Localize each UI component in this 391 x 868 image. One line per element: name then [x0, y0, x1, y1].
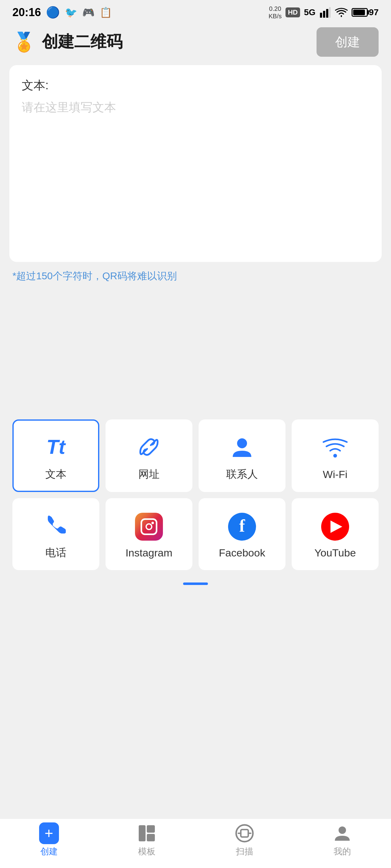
qr-type-instagram[interactable]: Instagram [106, 498, 192, 570]
nav-scan-label: 扫描 [236, 846, 253, 858]
network-type: 5G [304, 7, 315, 18]
header-left: 🏅 创建二维码 [12, 31, 122, 53]
svg-point-5 [333, 454, 337, 458]
svg-rect-8 [147, 834, 155, 841]
url-type-label: 网址 [138, 467, 160, 482]
status-bar: 20:16 🔵 🐦 🎮 📋 0.20 KB/s HD 5G [0, 0, 391, 25]
wifi-status-icon [335, 6, 348, 18]
text-field-input[interactable] [22, 99, 369, 248]
qr-type-facebook[interactable]: f Facebook [199, 498, 285, 570]
nav-create[interactable]: + 创建 [0, 824, 98, 858]
status-icon-2: 🐦 [65, 6, 77, 18]
scroll-indicator [9, 579, 382, 587]
svg-point-4 [237, 438, 247, 448]
qr-type-youtube[interactable]: YouTube [292, 498, 379, 570]
phone-type-icon [42, 512, 70, 539]
empty-space [9, 296, 382, 420]
qr-type-wifi[interactable]: Wi-Fi [292, 420, 379, 492]
nav-create-icon-container: + [39, 824, 59, 843]
app-icon: 🏅 [12, 31, 36, 53]
text-field-label: 文本: [22, 78, 369, 93]
scroll-bar [183, 583, 208, 585]
svg-rect-0 [320, 13, 322, 18]
status-indicators: 0.20 KB/s HD 5G 97 [269, 5, 379, 20]
nav-scan[interactable]: 扫描 [196, 824, 293, 858]
header: 🏅 创建二维码 创建 [0, 25, 391, 59]
nav-mine-icon-container [332, 824, 352, 843]
nav-template-icon-container [137, 824, 157, 843]
time-display: 20:16 [12, 6, 41, 19]
scan-nav-icon [235, 824, 254, 843]
nav-mine-label: 我的 [334, 846, 351, 858]
svg-rect-2 [326, 9, 328, 18]
youtube-type-label: YouTube [314, 547, 356, 559]
instagram-type-icon [135, 513, 163, 540]
qr-type-url[interactable]: 网址 [106, 420, 192, 492]
nav-template-label: 模板 [138, 846, 156, 858]
contact-type-label: 联系人 [226, 467, 258, 482]
mine-nav-icon [334, 825, 351, 842]
status-icon-4: 📋 [100, 6, 112, 18]
qr-type-phone[interactable]: 电话 [12, 498, 99, 570]
char-limit-warning: *超过150个字符时，QR码将难以识别 [9, 269, 382, 283]
network-speed: 0.20 KB/s [269, 5, 281, 20]
page-title: 创建二维码 [42, 31, 122, 53]
svg-rect-1 [323, 11, 325, 18]
status-icon-3: 🎮 [82, 6, 95, 18]
create-button[interactable]: 创建 [316, 27, 379, 57]
battery-indicator: 97 [352, 7, 379, 18]
text-type-icon: Tt [42, 433, 70, 461]
create-nav-icon: + [39, 823, 59, 844]
nav-scan-icon-container [234, 824, 254, 843]
main-content: 文本: *超过150个字符时，QR码将难以识别 Tt 文本 网址 [0, 59, 391, 596]
template-nav-icon [138, 825, 156, 842]
qr-type-contact[interactable]: 联系人 [199, 420, 285, 492]
facebook-type-icon: f [228, 513, 256, 540]
contact-type-icon [228, 433, 256, 461]
wifi-type-label: Wi-Fi [323, 468, 347, 480]
text-input-card: 文本: [9, 65, 382, 262]
qr-type-grid: Tt 文本 网址 联系人 [9, 420, 382, 570]
text-type-label: 文本 [45, 467, 66, 482]
bottom-nav: + 创建 模板 扫描 [0, 818, 391, 868]
wifi-type-icon [321, 434, 349, 462]
hd-badge: HD [285, 7, 300, 18]
svg-point-13 [339, 827, 346, 834]
nav-mine[interactable]: 我的 [293, 824, 391, 858]
nav-template[interactable]: 模板 [98, 824, 196, 858]
svg-rect-6 [139, 825, 145, 841]
facebook-type-label: Facebook [219, 547, 265, 559]
svg-rect-7 [147, 825, 155, 833]
svg-rect-3 [329, 7, 331, 18]
battery-level: 97 [369, 7, 379, 18]
status-icon-1: 🔵 [46, 6, 60, 19]
instagram-type-label: Instagram [125, 547, 172, 559]
youtube-type-icon [321, 513, 349, 540]
qr-type-text[interactable]: Tt 文本 [12, 420, 99, 492]
status-time: 20:16 🔵 🐦 🎮 📋 [12, 6, 112, 19]
url-type-icon [135, 433, 163, 461]
signal-icon [319, 6, 331, 18]
phone-type-label: 电话 [45, 546, 66, 560]
nav-create-label: 创建 [40, 846, 58, 858]
svg-rect-10 [241, 830, 248, 837]
